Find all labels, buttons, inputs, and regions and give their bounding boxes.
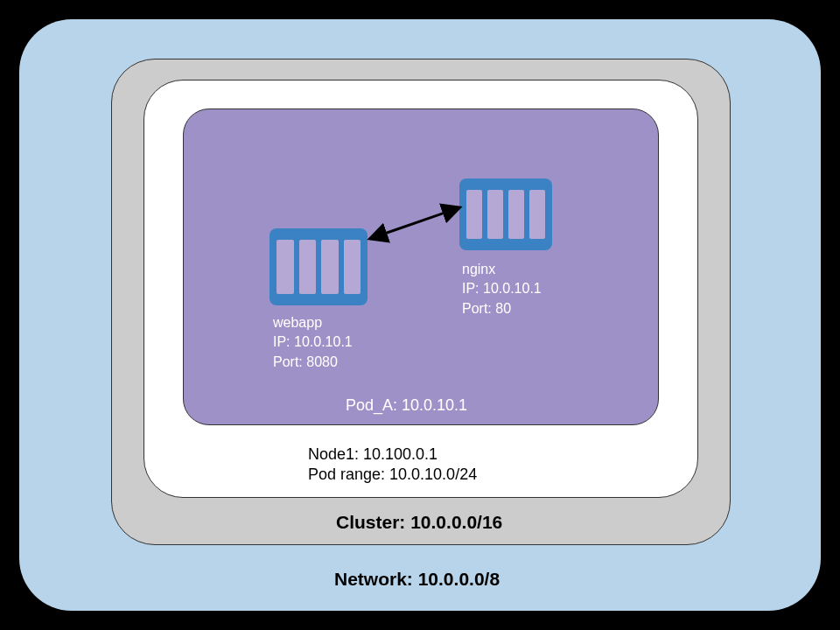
- webapp-port: Port: 8080: [273, 353, 353, 372]
- container-bar: [466, 190, 482, 239]
- pod-caption: Pod_A: 10.0.10.1: [346, 396, 467, 415]
- webapp-label: webapp IP: 10.0.10.1 Port: 8080: [273, 313, 353, 372]
- container-bar: [276, 240, 294, 294]
- node-line2: Pod range: 10.0.10.0/24: [308, 465, 477, 485]
- nginx-ip: IP: 10.0.10.1: [462, 279, 542, 298]
- cluster-caption: Cluster: 10.0.0.0/16: [336, 512, 502, 533]
- network-caption: Network: 10.0.0.0/8: [334, 569, 500, 590]
- node-line1: Node1: 10.100.0.1: [308, 444, 477, 465]
- nginx-label: nginx IP: 10.0.10.1 Port: 80: [462, 260, 542, 318]
- container-bar: [487, 190, 503, 239]
- container-bar: [321, 240, 339, 294]
- container-bar: [344, 240, 361, 294]
- nginx-port: Port: 80: [462, 299, 542, 318]
- webapp-name: webapp: [273, 313, 353, 332]
- node-caption: Node1: 10.100.0.1 Pod range: 10.0.10.0/2…: [308, 444, 477, 486]
- container-bar: [508, 190, 524, 239]
- webapp-container-icon: [270, 228, 368, 305]
- container-bar: [299, 240, 317, 294]
- container-bar: [529, 190, 545, 239]
- pod-box: [183, 108, 659, 425]
- nginx-container-icon: [459, 178, 552, 250]
- webapp-ip: IP: 10.0.10.1: [273, 332, 353, 352]
- nginx-name: nginx: [462, 260, 542, 279]
